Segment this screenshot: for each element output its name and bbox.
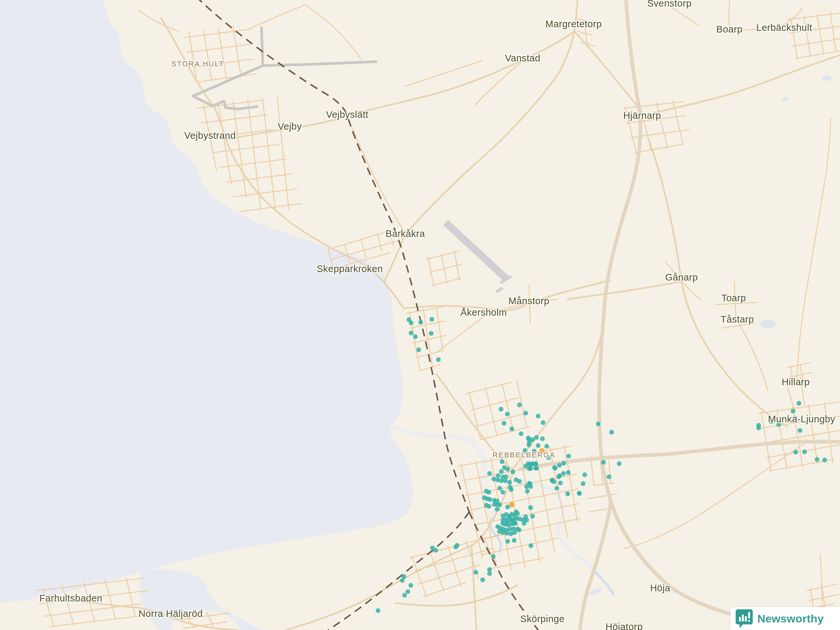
newsworthy-attribution[interactable]: Newsworthy (730, 607, 840, 630)
data-point (501, 490, 505, 494)
data-point (510, 469, 515, 474)
data-point (505, 531, 509, 535)
data-point (509, 502, 515, 507)
data-point (558, 481, 563, 485)
data-point (534, 466, 539, 471)
data-point (523, 448, 527, 453)
data-point (487, 571, 492, 576)
data-point (505, 467, 510, 472)
data-point (509, 487, 513, 492)
data-point (566, 454, 571, 458)
data-point (409, 583, 413, 588)
data-point (583, 472, 587, 477)
data-point (566, 470, 571, 475)
data-point (429, 317, 434, 322)
data-point (557, 463, 562, 467)
data-point (798, 428, 802, 433)
data-point (400, 578, 404, 583)
data-point (528, 505, 533, 510)
data-point (793, 416, 797, 420)
data-point (517, 479, 522, 484)
data-point (497, 486, 502, 491)
data-point (525, 489, 530, 494)
data-point (561, 471, 566, 476)
data-point (546, 455, 551, 460)
data-point (577, 491, 582, 496)
data-point (526, 436, 531, 441)
data-point (519, 431, 523, 436)
data-point (596, 422, 600, 426)
data-point (822, 458, 827, 462)
data-point (505, 412, 510, 416)
data-point (474, 570, 478, 575)
data-point (409, 331, 414, 335)
data-point (527, 443, 531, 447)
data-point (802, 450, 807, 454)
data-point (495, 507, 499, 512)
data-point (453, 545, 458, 549)
data-point (502, 421, 506, 426)
map-canvas: SvenstorpMargretetorpVanstadBoarpLerbäck… (0, 0, 840, 630)
data-point (513, 521, 518, 526)
data-point (607, 474, 611, 479)
data-point (769, 419, 774, 424)
base-map (0, 0, 840, 630)
data-point (402, 593, 407, 597)
data-point (534, 462, 538, 467)
data-point (541, 420, 545, 425)
data-point (601, 460, 606, 465)
data-point (544, 444, 549, 448)
data-point (776, 422, 781, 427)
data-point (515, 511, 520, 516)
data-point (552, 465, 557, 470)
data-point (797, 401, 801, 406)
brand-name: Newsworthy (757, 612, 824, 625)
data-point (815, 457, 819, 462)
data-point (486, 504, 491, 508)
data-point (756, 426, 761, 430)
data-point (791, 409, 795, 414)
data-point (499, 407, 503, 412)
data-point (617, 461, 622, 466)
data-point (492, 502, 497, 507)
data-point (561, 461, 566, 466)
data-point (409, 321, 414, 325)
data-point (554, 486, 559, 491)
data-point (512, 530, 517, 535)
data-point (530, 437, 535, 442)
data-point (503, 478, 508, 483)
data-point (510, 426, 514, 431)
data-point (491, 554, 496, 559)
data-point (376, 608, 380, 613)
data-point (565, 491, 570, 496)
data-point (480, 578, 485, 582)
data-point (529, 543, 533, 548)
data-point (416, 347, 421, 352)
data-point (530, 514, 535, 518)
data-point (793, 450, 798, 455)
data-point (499, 469, 504, 474)
newsworthy-logo-icon (736, 609, 753, 628)
data-point (501, 530, 505, 535)
data-point (527, 466, 532, 471)
data-point (418, 320, 423, 325)
data-point (512, 538, 516, 543)
data-point (491, 477, 496, 482)
data-point (536, 414, 540, 418)
data-point (504, 474, 508, 479)
data-point (429, 331, 433, 336)
data-point (528, 484, 533, 489)
data-point (523, 411, 528, 415)
data-point (556, 474, 561, 479)
data-point (413, 334, 418, 339)
data-point (487, 471, 492, 476)
data-point (486, 490, 491, 494)
data-point (536, 443, 540, 448)
data-point (496, 474, 501, 478)
data-point (433, 548, 438, 553)
data-point (532, 449, 537, 453)
data-point (534, 435, 539, 440)
pond (782, 97, 788, 101)
data-point (517, 403, 522, 407)
data-point (500, 459, 504, 464)
